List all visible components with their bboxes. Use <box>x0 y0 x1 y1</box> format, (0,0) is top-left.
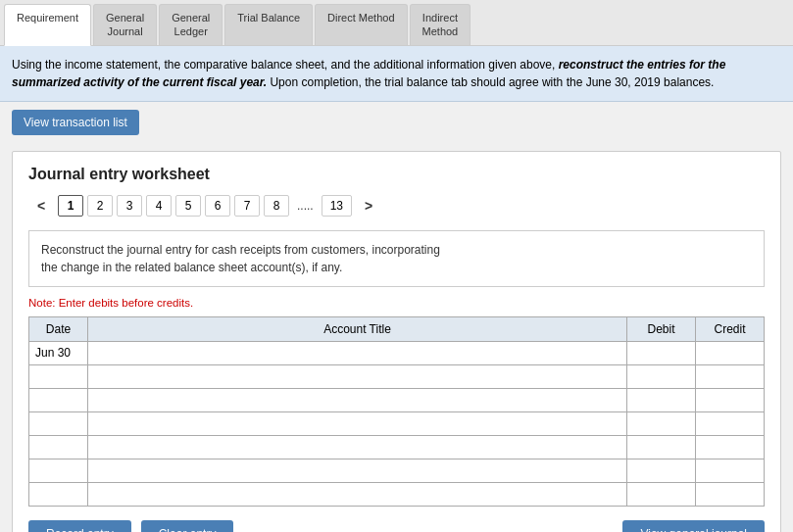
tab-direct-method[interactable]: Direct Method <box>315 4 407 45</box>
clear-entry-button[interactable]: Clear entry <box>141 520 234 532</box>
credit-input-1[interactable] <box>702 346 758 360</box>
page-6[interactable]: 6 <box>205 195 230 217</box>
account-cell-1[interactable] <box>88 341 627 364</box>
worksheet-title: Journal entry worksheet <box>28 166 765 183</box>
account-input-3[interactable] <box>94 393 620 407</box>
date-cell-5 <box>29 435 88 459</box>
pagination-next[interactable]: > <box>356 195 381 217</box>
table-row <box>29 459 765 482</box>
table-row <box>29 411 765 435</box>
credit-cell-2[interactable] <box>696 364 765 388</box>
debit-cell-6[interactable] <box>627 459 696 482</box>
account-input-1[interactable] <box>94 346 620 360</box>
info-text-1: Using the income statement, the comparat… <box>12 58 559 72</box>
page-5[interactable]: 5 <box>175 195 201 217</box>
debit-input-5[interactable] <box>633 440 689 454</box>
credit-input-5[interactable] <box>702 440 758 454</box>
credit-input-2[interactable] <box>702 369 758 383</box>
account-input-5[interactable] <box>94 440 620 454</box>
tab-requirement[interactable]: Requirement <box>4 4 91 46</box>
credit-input-7[interactable] <box>702 487 758 501</box>
credit-cell-3[interactable] <box>696 388 765 411</box>
debit-input-1[interactable] <box>633 346 689 360</box>
date-cell-6 <box>29 459 88 482</box>
page-3[interactable]: 3 <box>117 195 142 217</box>
account-input-6[interactable] <box>94 463 620 477</box>
view-general-journal-button[interactable]: View general journal <box>622 520 765 532</box>
credit-cell-6[interactable] <box>696 459 765 482</box>
info-banner: Using the income statement, the comparat… <box>0 46 793 102</box>
col-date: Date <box>29 316 88 341</box>
page-8[interactable]: 8 <box>264 195 289 217</box>
debit-cell-7[interactable] <box>627 482 696 506</box>
credit-input-6[interactable] <box>702 463 758 477</box>
debit-cell-1[interactable] <box>627 341 696 364</box>
debit-cell-5[interactable] <box>627 435 696 459</box>
date-cell-4 <box>29 411 88 435</box>
journal-table: Date Account Title Debit Credit Jun 30 <box>28 316 765 507</box>
worksheet-card: Journal entry worksheet < 1 2 3 4 5 6 7 … <box>12 151 781 532</box>
pagination: < 1 2 3 4 5 6 7 8 ..... 13 > <box>28 195 765 217</box>
record-entry-button[interactable]: Record entry <box>28 520 131 532</box>
table-row <box>29 364 765 388</box>
instruction-text: Reconstruct the journal entry for cash r… <box>41 243 440 274</box>
view-transactions-button[interactable]: View transaction list <box>12 110 139 135</box>
action-buttons: Record entry Clear entry View general jo… <box>28 520 765 532</box>
page-13[interactable]: 13 <box>322 195 352 217</box>
tab-trial-balance[interactable]: Trial Balance <box>224 4 313 45</box>
date-cell-7 <box>29 482 88 506</box>
account-input-7[interactable] <box>94 487 620 501</box>
col-credit: Credit <box>696 316 765 341</box>
account-input-4[interactable] <box>94 416 620 430</box>
debit-input-3[interactable] <box>633 393 689 407</box>
debit-input-7[interactable] <box>633 487 689 501</box>
page-7[interactable]: 7 <box>234 195 260 217</box>
account-cell-5[interactable] <box>88 435 627 459</box>
col-account-title: Account Title <box>88 316 627 341</box>
table-row <box>29 482 765 506</box>
info-text-2: Upon completion, the trial balance tab s… <box>267 75 714 89</box>
debit-input-4[interactable] <box>633 416 689 430</box>
credit-cell-4[interactable] <box>696 411 765 435</box>
page-dots: ..... <box>293 199 318 213</box>
tab-general-ledger[interactable]: General Ledger <box>159 4 223 45</box>
account-cell-3[interactable] <box>88 388 627 411</box>
tab-indirect-method[interactable]: Indirect Method <box>410 4 471 45</box>
debit-input-2[interactable] <box>633 369 689 383</box>
account-cell-7[interactable] <box>88 482 627 506</box>
account-input-2[interactable] <box>94 369 620 383</box>
table-row <box>29 388 765 411</box>
table-row: Jun 30 <box>29 341 765 364</box>
main-content: Journal entry worksheet < 1 2 3 4 5 6 7 … <box>0 143 793 532</box>
date-cell-2 <box>29 364 88 388</box>
page-2[interactable]: 2 <box>87 195 113 217</box>
credit-cell-7[interactable] <box>696 482 765 506</box>
credit-input-4[interactable] <box>702 416 758 430</box>
account-cell-2[interactable] <box>88 364 627 388</box>
credit-cell-5[interactable] <box>696 435 765 459</box>
account-cell-4[interactable] <box>88 411 627 435</box>
table-row <box>29 435 765 459</box>
date-cell-1: Jun 30 <box>29 341 88 364</box>
debit-cell-3[interactable] <box>627 388 696 411</box>
date-cell-3 <box>29 388 88 411</box>
debit-cell-4[interactable] <box>627 411 696 435</box>
pagination-prev[interactable]: < <box>28 195 54 217</box>
credit-cell-1[interactable] <box>696 341 765 364</box>
debit-input-6[interactable] <box>633 463 689 477</box>
tabs-bar: Requirement General Journal General Ledg… <box>0 0 793 46</box>
page-4[interactable]: 4 <box>146 195 172 217</box>
instruction-box: Reconstruct the journal entry for cash r… <box>28 230 765 287</box>
col-debit: Debit <box>627 316 696 341</box>
note-text: Note: Enter debits before credits. <box>28 297 765 309</box>
tab-general-journal[interactable]: General Journal <box>93 4 157 45</box>
page-1[interactable]: 1 <box>58 195 83 217</box>
debit-cell-2[interactable] <box>627 364 696 388</box>
credit-input-3[interactable] <box>702 393 758 407</box>
account-cell-6[interactable] <box>88 459 627 482</box>
